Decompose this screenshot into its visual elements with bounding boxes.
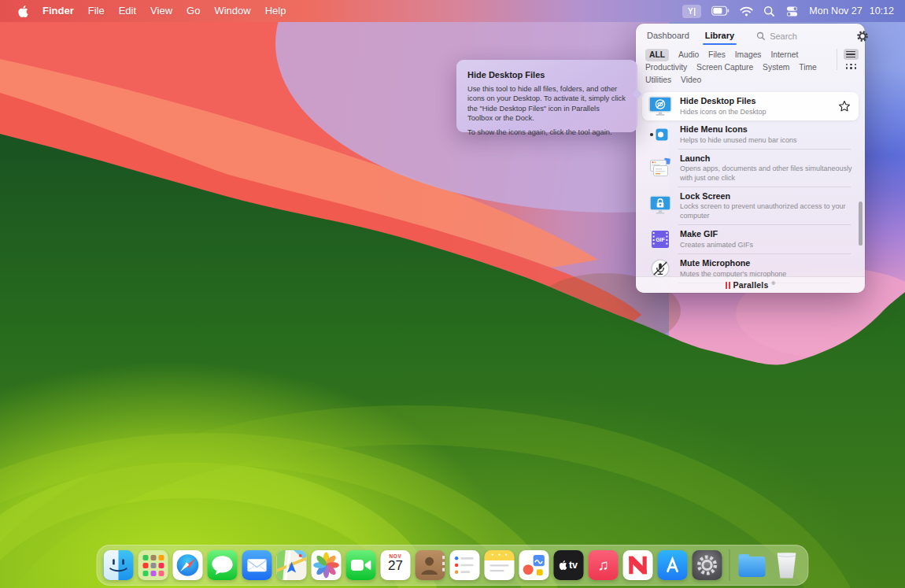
folder-icon [739,557,766,577]
tool-list: Hide Desktop Files Hides icons on the De… [636,90,865,283]
filter-productivity[interactable]: Productivity [645,61,687,74]
apple-menu[interactable] [11,6,35,17]
dock-icon-facetime[interactable] [346,550,376,580]
dock-icon-apple-tv[interactable]: tv [554,550,584,580]
filter-audio[interactable]: Audio [678,49,699,61]
menu-item-view[interactable]: View [143,0,179,22]
search-input[interactable] [770,31,856,41]
menu-item-edit[interactable]: Edit [112,0,143,22]
filter-images[interactable]: Images [735,49,762,61]
tool-name: Lock Screen [680,191,852,202]
settings-gear-button[interactable] [856,28,869,44]
dock-icon-finder[interactable] [104,550,134,580]
tool-name: Hide Menu Icons [680,124,852,135]
music-note-glyph: ♫ [597,557,608,574]
menu-item-finder[interactable]: Finder [35,0,81,22]
menu-item-file[interactable]: File [81,0,112,22]
menu-item-help[interactable]: Help [258,0,294,22]
apple-logo-icon [18,6,28,17]
dock-icon-freeform[interactable] [519,550,549,580]
control-center-icon[interactable] [785,6,799,17]
tool-row-hide-menu-icons[interactable]: Hide Menu Icons Helps to hide unused men… [642,120,859,149]
view-toggle-group [837,49,859,70]
finder-face [104,550,134,580]
filter-all[interactable]: ALL [645,49,669,61]
parallels-logo-bars [726,282,730,289]
dock-icon-messages[interactable] [208,550,238,580]
dock-icon-safari[interactable] [173,550,203,580]
apple-logo-icon [560,560,567,570]
tooltip-paragraph-2: To show the icons again, click the tool … [467,128,626,137]
tool-row-lock-screen[interactable]: Lock Screen Locks screen to prevent unau… [642,187,859,224]
tool-desc: Opens apps, documents and other files si… [680,165,852,183]
filter-files[interactable]: Files [708,49,726,61]
dock-icon-trash[interactable] [772,550,802,580]
desktop: Finder File Edit View Go Window Help Y| [0,0,905,588]
tool-tooltip: Hide Desktop Files Use this tool to hide… [456,60,637,132]
filter-utilities[interactable]: Utilities [645,74,671,87]
menu-bar: Finder File Edit View Go Window Help Y| [0,0,905,22]
gif-badge-text: GIF [656,237,665,242]
dock-icon-photos[interactable] [312,550,342,580]
dock-icon-calendar[interactable]: NOV 27 [381,550,411,580]
dock-icon-maps[interactable] [277,550,307,580]
dock-icon-news[interactable] [623,550,653,580]
filter-screen-capture[interactable]: Screen Capture [696,61,753,74]
gear-icon [856,30,869,43]
tool-name: Launch [680,153,852,164]
wifi-icon[interactable] [740,6,753,17]
menu-bar-status: Y| Mon Nov 27 [682,5,894,18]
tab-dashboard[interactable]: Dashboard [645,28,691,44]
spotlight-search-icon[interactable] [763,6,775,17]
category-filters: ALL Audio Files Images Internet Producti… [636,45,865,90]
filter-video[interactable]: Video [681,74,701,87]
tab-library[interactable]: Library [704,28,736,44]
list-view-button[interactable] [844,49,859,60]
menu-item-go[interactable]: Go [179,0,207,22]
filter-time[interactable]: Time [799,61,817,74]
tool-row-launch[interactable]: Launch Opens apps, documents and other f… [642,150,859,187]
parallels-brand-text: Parallels [733,280,769,290]
dock-divider [730,549,730,581]
tool-row-make-gif[interactable]: GIF Make GIF Creates animated GIFs [642,225,859,253]
panel-header: Dashboard Library [636,24,865,45]
hide-menu-icons-icon [648,124,672,145]
tool-desc: Hides icons on the Desktop [680,108,830,116]
dock-icon-music[interactable]: ♫ [589,550,619,580]
trash-icon [776,553,797,579]
search-icon [756,31,766,41]
filter-internet[interactable]: Internet [770,49,798,61]
menu-bar-left: Finder File Edit View Go Window Help [11,0,293,22]
tool-desc: Creates animated GIFs [680,241,852,250]
filter-system[interactable]: System [763,61,789,74]
tool-desc: Locks screen to prevent unauthorized acc… [680,202,852,220]
tab-library-label: Library [705,31,734,40]
active-tab-underline [703,43,737,45]
battery-icon[interactable] [711,6,730,17]
dock-icon-mail[interactable] [242,550,272,580]
tool-row-hide-desktop-files[interactable]: Hide Desktop Files Hides icons on the De… [642,92,859,120]
dock-icon-notes[interactable] [485,550,515,580]
dock-icon-launchpad[interactable] [139,550,168,580]
tooltip-title: Hide Desktop Files [467,70,626,80]
dock-icon-reminders[interactable] [450,550,480,580]
dock-icon-contacts[interactable] [416,550,445,580]
dock: NOV 27 [97,545,809,586]
favorite-star-button[interactable] [838,100,851,113]
dock-icon-app-store[interactable] [658,550,688,580]
clock-date: Mon Nov 27 [809,6,862,17]
menu-item-window[interactable]: Window [207,0,257,22]
scrollbar-thumb[interactable] [859,202,863,246]
lock-screen-icon [648,195,672,216]
parallels-toolbox-panel: Dashboard Library A [636,24,865,293]
menu-bar-clock[interactable]: Mon Nov 27 10:12 [809,6,894,17]
dock-icon-system-settings[interactable] [693,550,722,580]
tool-desc: Helps to hide unused menu bar icons [680,136,852,145]
tv-label: tv [569,560,578,571]
calendar-day: 27 [388,559,403,573]
grid-view-button[interactable] [844,63,857,70]
search-field[interactable] [756,31,856,41]
dock-icon-downloads-folder[interactable] [737,550,767,580]
parallels-toolbox-menu-icon[interactable]: Y| [682,5,701,18]
tool-name: Make GIF [680,229,852,239]
